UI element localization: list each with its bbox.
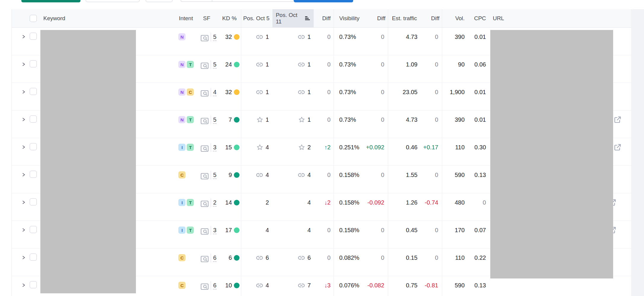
intent-badge-t: T bbox=[187, 227, 194, 234]
visibility-diff-cell: +0.092 bbox=[367, 138, 388, 165]
pos-oct11-cell: 1 bbox=[272, 55, 314, 83]
visibility-cell: 0.158% bbox=[334, 221, 367, 248]
header-intent[interactable]: Intent bbox=[177, 9, 195, 27]
expand-cell bbox=[12, 276, 27, 296]
header-kd[interactable]: KD % bbox=[218, 9, 241, 27]
sf-count[interactable]: 6 bbox=[213, 282, 216, 289]
expand-chevron-icon[interactable] bbox=[21, 172, 26, 177]
expand-chevron-icon[interactable] bbox=[21, 145, 26, 149]
intent-badge-n: N bbox=[178, 116, 185, 123]
expand-chevron-icon[interactable] bbox=[21, 200, 26, 205]
sf-count[interactable]: 5 bbox=[213, 34, 216, 41]
row-checkbox[interactable] bbox=[30, 33, 37, 40]
intent-cell: C bbox=[177, 276, 195, 296]
serp-features-icon[interactable] bbox=[201, 283, 209, 290]
row-checkbox[interactable] bbox=[30, 254, 37, 261]
divider bbox=[211, 198, 211, 207]
row-checkbox[interactable] bbox=[30, 198, 37, 205]
est-traffic-diff-value: 0 bbox=[435, 227, 438, 234]
kd-value: 32 bbox=[225, 34, 232, 40]
toolbar-segmented-control[interactable] bbox=[181, 0, 294, 2]
visibility-value: 0.251% bbox=[339, 144, 359, 151]
intent-badge-c: C bbox=[187, 88, 194, 96]
sf-count[interactable]: 5 bbox=[213, 61, 216, 69]
pos-diff-cell: ↓3 bbox=[314, 276, 334, 296]
header-pos-oct11-sorted[interactable]: Pos. Oct 11 bbox=[272, 9, 314, 27]
link-icon bbox=[256, 35, 263, 39]
volume-value: 390 bbox=[455, 116, 464, 123]
kd-dot bbox=[234, 255, 239, 261]
expand-chevron-icon[interactable] bbox=[21, 255, 26, 260]
sf-count[interactable]: 4 bbox=[213, 89, 216, 96]
header-url[interactable]: URL bbox=[489, 9, 632, 27]
header-cpc[interactable]: CPC bbox=[468, 9, 489, 27]
serp-features-icon[interactable] bbox=[201, 62, 209, 69]
serp-features-icon[interactable] bbox=[201, 256, 209, 262]
selected-tab-indicator[interactable] bbox=[294, 0, 353, 2]
serp-features-icon[interactable] bbox=[201, 118, 209, 124]
sf-count[interactable]: 6 bbox=[213, 254, 216, 262]
divider bbox=[211, 254, 211, 262]
row-checkbox[interactable] bbox=[30, 143, 37, 150]
header-visibility[interactable]: Visibility bbox=[334, 9, 367, 27]
expand-chevron-icon[interactable] bbox=[21, 62, 26, 67]
sf-count[interactable]: 3 bbox=[213, 227, 216, 234]
toolbar-button[interactable] bbox=[146, 0, 172, 2]
header-sf[interactable]: SF bbox=[195, 9, 218, 27]
pos-diff-cell: 0 bbox=[314, 110, 334, 138]
primary-action-button[interactable] bbox=[21, 0, 80, 2]
est-traffic-diff-value: 0 bbox=[435, 34, 438, 40]
sf-count[interactable]: 5 bbox=[213, 172, 216, 179]
header-diff-label: Diff bbox=[377, 15, 386, 22]
external-link-icon[interactable] bbox=[614, 143, 621, 151]
expand-chevron-icon[interactable] bbox=[21, 90, 26, 94]
intent-cell: NT bbox=[177, 55, 195, 83]
cpc-value: 0.06 bbox=[475, 61, 486, 68]
row-checkbox[interactable] bbox=[30, 115, 37, 123]
header-volume[interactable]: Vol. bbox=[442, 9, 468, 27]
est-traffic-value: 4.73 bbox=[406, 34, 418, 40]
intent-badge-c: C bbox=[178, 282, 185, 289]
serp-features-icon[interactable] bbox=[201, 173, 209, 180]
est-traffic-cell: 1.09 bbox=[388, 55, 419, 83]
expand-chevron-icon[interactable] bbox=[21, 117, 26, 122]
intent-badge-n: N bbox=[178, 33, 185, 40]
pos-oct11-cell: 6 bbox=[272, 248, 314, 276]
sf-count[interactable]: 3 bbox=[213, 144, 216, 151]
row-checkbox[interactable] bbox=[30, 60, 37, 67]
toolbar-button[interactable] bbox=[86, 0, 139, 2]
intent-cell: C bbox=[177, 248, 195, 276]
header-pos-oct5[interactable]: Pos. Oct 5 bbox=[241, 9, 272, 27]
header-diff-pos[interactable]: Diff bbox=[314, 9, 334, 27]
intent-cell: IT bbox=[177, 221, 195, 248]
row-checkbox[interactable] bbox=[30, 281, 37, 288]
volume-value: 110 bbox=[455, 144, 465, 151]
serp-features-icon[interactable] bbox=[201, 35, 209, 42]
serp-features-icon[interactable] bbox=[201, 200, 209, 207]
header-url-label: URL bbox=[493, 15, 504, 22]
header-est-traffic[interactable]: Est. traffic bbox=[388, 9, 419, 27]
intent-badge-n: N bbox=[178, 88, 185, 96]
row-checkbox[interactable] bbox=[30, 171, 37, 178]
header-keyword[interactable]: Keyword bbox=[40, 9, 177, 27]
serp-features-icon[interactable] bbox=[201, 90, 209, 97]
expand-chevron-icon[interactable] bbox=[21, 228, 26, 232]
est-traffic-cell: 0.75 bbox=[388, 276, 419, 296]
expand-chevron-icon[interactable] bbox=[21, 283, 26, 287]
row-checkbox[interactable] bbox=[30, 88, 37, 95]
kd-cell: 32 bbox=[218, 83, 241, 110]
visibility-diff-value: -0.092 bbox=[367, 199, 384, 206]
header-diff-visibility[interactable]: Diff bbox=[367, 9, 388, 27]
sf-cell: 5 bbox=[195, 110, 218, 138]
serp-features-icon[interactable] bbox=[201, 228, 209, 235]
external-link-icon[interactable] bbox=[614, 116, 621, 124]
sf-count[interactable]: 2 bbox=[213, 199, 216, 207]
header-diff-traffic[interactable]: Diff bbox=[419, 9, 442, 27]
header-kd-label: KD % bbox=[222, 15, 237, 22]
sf-count[interactable]: 5 bbox=[213, 116, 216, 124]
pos-oct5-cell: 2 bbox=[241, 193, 272, 221]
serp-features-icon[interactable] bbox=[201, 145, 209, 152]
row-checkbox[interactable] bbox=[30, 226, 37, 233]
expand-chevron-icon[interactable] bbox=[21, 34, 26, 39]
select-all-checkbox[interactable] bbox=[30, 15, 37, 22]
